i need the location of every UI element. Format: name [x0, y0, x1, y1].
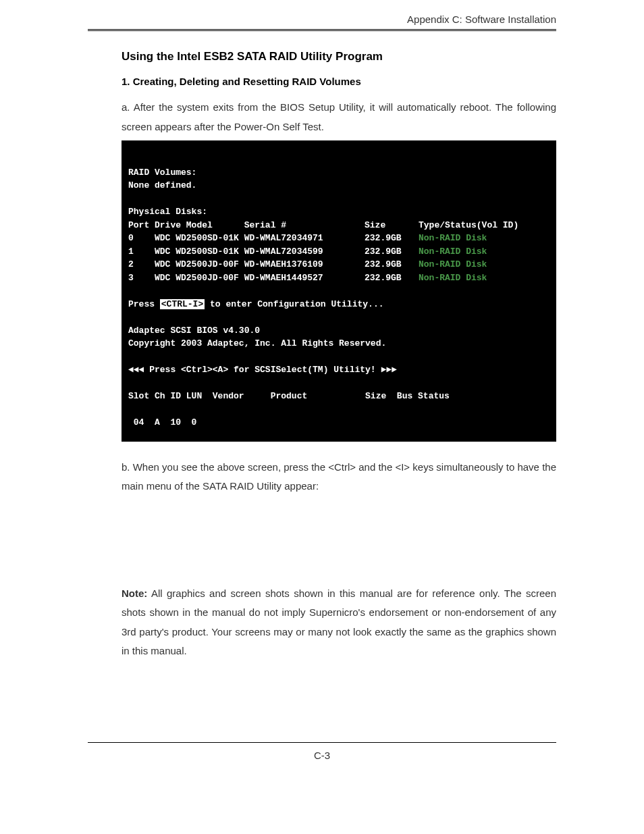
disk-header-size: Size — [365, 219, 419, 232]
disk-size: 232.9GB — [365, 232, 419, 245]
disk-row: 3 WDC WD2500JD-00F WD-WMAEH1449527232.9G… — [128, 271, 549, 285]
note-label: Note: — [122, 588, 147, 599]
disk-row: 0 WDC WD2500SD-01K WD-WMAL72034971232.9G… — [128, 232, 549, 245]
disk-size: 232.9GB — [365, 245, 419, 259]
note-body: All graphics and screen shots shown in t… — [122, 588, 556, 657]
note-paragraph: Note: All graphics and screen shots show… — [122, 584, 556, 661]
disk-header: Port Drive Model Serial #SizeType/Status… — [128, 219, 549, 232]
disk-size: 232.9GB — [365, 258, 419, 271]
press-line: Press <CTRL-I> to enter Configuration Ut… — [128, 298, 549, 311]
slot-row: 04 A 10 0 — [128, 416, 549, 429]
raid-volumes-label: RAID Volumes: — [128, 166, 549, 180]
disk-size: 232.9GB — [365, 271, 419, 285]
disk-status: Non-RAID Disk — [419, 271, 487, 285]
sub-heading: 1. Creating, Deleting and Resetting RAID… — [122, 76, 556, 87]
none-defined: None defined. — [128, 179, 549, 192]
slot-header: Slot Ch ID LUN Vendor Product Size Bus S… — [128, 390, 549, 403]
disk-status: Non-RAID Disk — [419, 258, 487, 271]
page-number: C-3 — [314, 750, 330, 761]
disk-header-type: Type/Status(Vol ID) — [419, 219, 518, 232]
ctrl-i-key: <CTRL-I> — [160, 299, 205, 309]
copyright: Copyright 2003 Adaptec, Inc. All Rights … — [128, 337, 549, 350]
disk-left: 3 WDC WD2500JD-00F WD-WMAEH1449527 — [128, 271, 365, 285]
disk-row: 2 WDC WD2500JD-00F WD-WMAEH1376109232.9G… — [128, 258, 549, 271]
terminal-screenshot: RAID Volumes:None defined. Physical Disk… — [122, 140, 556, 442]
disk-header-left: Port Drive Model Serial # — [128, 219, 365, 232]
adaptec-bios: Adaptec SCSI BIOS v4.30.0 — [128, 324, 549, 338]
physical-disks-label: Physical Disks: — [128, 205, 549, 219]
disk-left: 2 WDC WD2500JD-00F WD-WMAEH1376109 — [128, 258, 365, 271]
disk-left: 1 WDC WD2500SD-01K WD-WMAL72034599 — [128, 245, 365, 259]
disk-status: Non-RAID Disk — [419, 232, 487, 245]
disk-status: Non-RAID Disk — [419, 245, 487, 259]
disk-left: 0 WDC WD2500SD-01K WD-WMAL72034971 — [128, 232, 365, 245]
paragraph-b: b. When you see the above screen, press … — [122, 458, 556, 496]
page-footer: C-3 — [88, 742, 556, 761]
section-heading: Using the Intel ESB2 SATA RAID Utility P… — [122, 50, 556, 63]
page-header: Appendix C: Software Installation — [88, 14, 556, 31]
header-title: Appendix C: Software Installation — [88, 14, 556, 25]
paragraph-a: a. After the system exits from the BIOS … — [122, 98, 556, 136]
disk-row: 1 WDC WD2500SD-01K WD-WMAL72034599232.9G… — [128, 245, 549, 259]
scsiselect-line: ◄◄◄ Press <Ctrl><A> for SCSISelect(TM) U… — [128, 363, 549, 377]
